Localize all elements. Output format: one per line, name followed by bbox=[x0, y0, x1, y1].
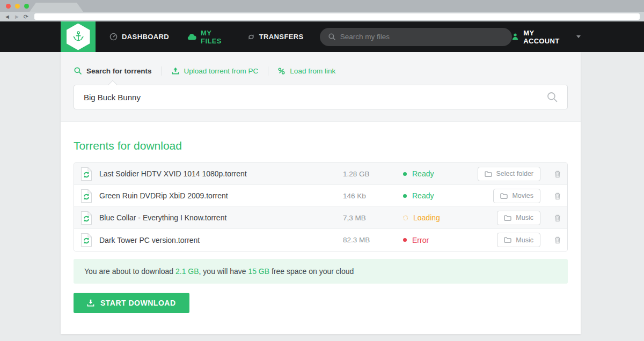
nav-item-label: DASHBOARD bbox=[122, 33, 169, 41]
status-badge: Ready bbox=[403, 169, 477, 178]
tab-search-for-torrents[interactable]: Search for torrents bbox=[74, 67, 162, 75]
status-dot-icon bbox=[403, 194, 407, 198]
torrent-size: 146 Kb bbox=[343, 192, 403, 200]
nav-item-my-files[interactable]: MY FILES bbox=[187, 29, 229, 45]
account-menu[interactable]: MY ACCOUNT bbox=[512, 29, 581, 45]
status-badge: Ready bbox=[403, 191, 477, 200]
search-icon bbox=[74, 67, 82, 75]
torrent-size: 82.3 MB bbox=[343, 236, 403, 244]
delete-button[interactable] bbox=[540, 214, 561, 221]
folder-icon bbox=[504, 215, 511, 221]
cloud-icon bbox=[187, 34, 196, 40]
nav-item-label: MY FILES bbox=[201, 29, 229, 45]
table-row: Dark Tower PC version.torrent 82.3 MB Er… bbox=[74, 229, 567, 251]
notch-pointer bbox=[108, 80, 118, 90]
download-size-value: 2.1 GB bbox=[175, 267, 199, 276]
results-section: Torrents for download Las bbox=[61, 139, 581, 313]
free-space-value: 15 GB bbox=[248, 267, 269, 276]
start-download-button[interactable]: START DOWNLOAD bbox=[74, 293, 189, 313]
start-download-label: START DOWNLOAD bbox=[100, 299, 176, 307]
folder-cell: Music bbox=[477, 233, 540, 247]
delete-button[interactable] bbox=[540, 171, 561, 177]
folder-icon bbox=[500, 193, 508, 199]
folder-icon bbox=[485, 171, 492, 177]
torrent-name: Blue Collar - Everything I Know.torrent bbox=[99, 213, 343, 222]
status-label: Loading bbox=[413, 213, 440, 222]
primary-nav: DASHBOARD MY FILES TRANSFERS bbox=[109, 29, 304, 45]
delete-button[interactable] bbox=[540, 192, 561, 199]
back-icon[interactable]: ◄ bbox=[4, 14, 10, 20]
torrent-search-box bbox=[74, 85, 568, 109]
torrent-size: 1.28 GB bbox=[343, 170, 403, 178]
navbar-search bbox=[320, 28, 513, 46]
tab-label: Load from link bbox=[290, 67, 335, 75]
app-logo[interactable] bbox=[61, 21, 96, 52]
torrent-file-icon bbox=[80, 167, 92, 181]
account-label: MY ACCOUNT bbox=[523, 29, 570, 45]
download-summary-banner: You are about to download 2.1 GB, you wi… bbox=[74, 259, 568, 284]
search-section: Search for torrents Upload torrent from … bbox=[61, 52, 581, 122]
folder-cell: Music bbox=[477, 211, 540, 225]
folder-label: Music bbox=[516, 214, 533, 221]
minimize-window-button[interactable] bbox=[15, 4, 20, 9]
torrent-table: Last Soldier HDTV XVID 1014 1080p.torren… bbox=[74, 162, 568, 251]
select-folder-button[interactable]: Movies bbox=[493, 189, 540, 203]
tab-upload-torrent[interactable]: Upload torrent from PC bbox=[162, 67, 268, 75]
page-title: Torrents for download bbox=[74, 139, 568, 152]
banner-text: You are about to download bbox=[84, 267, 175, 276]
address-bar[interactable] bbox=[34, 13, 640, 20]
search-icon bbox=[328, 33, 335, 40]
search-icon[interactable] bbox=[547, 92, 558, 102]
sync-icon bbox=[247, 33, 255, 41]
banner-text: , you will have bbox=[199, 267, 248, 276]
close-window-button[interactable] bbox=[6, 4, 11, 9]
tab-label: Upload torrent from PC bbox=[184, 67, 259, 75]
folder-label: Movies bbox=[512, 192, 533, 199]
tab-load-from-link[interactable]: Load from link bbox=[268, 67, 345, 75]
torrent-name: Last Soldier HDTV XVID 1014 1080p.torren… bbox=[99, 169, 343, 178]
zoom-window-button[interactable] bbox=[24, 4, 29, 9]
status-label: Ready bbox=[412, 191, 434, 200]
download-icon bbox=[87, 299, 94, 307]
torrent-source-tabs: Search for torrents Upload torrent from … bbox=[74, 64, 568, 78]
folder-label: Music bbox=[516, 236, 533, 244]
torrent-file-icon bbox=[80, 233, 92, 247]
browser-toolbar: ◄ ► ⟳ bbox=[0, 12, 644, 21]
status-dot-icon bbox=[403, 216, 408, 220]
status-dot-icon bbox=[403, 238, 407, 242]
status-label: Error bbox=[412, 236, 429, 244]
folder-label: Select folder bbox=[496, 170, 533, 177]
select-folder-button[interactable]: Music bbox=[497, 233, 540, 247]
upload-icon bbox=[172, 67, 179, 75]
chevron-down-icon bbox=[576, 35, 581, 38]
table-row: Blue Collar - Everything I Know.torrent … bbox=[74, 207, 567, 229]
select-folder-button[interactable]: Music bbox=[497, 211, 540, 225]
torrent-file-icon bbox=[80, 211, 92, 225]
dashboard-icon bbox=[109, 33, 118, 41]
window-controls bbox=[6, 4, 29, 9]
navbar-search-input[interactable] bbox=[340, 33, 504, 41]
folder-cell: Movies bbox=[477, 189, 540, 203]
banner-text: free space on your cloud bbox=[269, 267, 354, 276]
forward-icon[interactable]: ► bbox=[14, 14, 20, 20]
refresh-icon[interactable]: ⟳ bbox=[24, 14, 28, 20]
folder-cell: Select folder bbox=[477, 167, 540, 181]
browser-titlebar bbox=[0, 0, 644, 12]
delete-button[interactable] bbox=[540, 236, 561, 243]
folder-icon bbox=[504, 237, 511, 243]
user-icon bbox=[512, 33, 518, 40]
status-badge: Loading bbox=[403, 213, 477, 222]
torrent-name: Dark Tower PC version.torrent bbox=[99, 236, 343, 244]
torrent-file-icon bbox=[80, 189, 92, 203]
torrent-name: Green Ruin DVDRip XbiD 2009.torrent bbox=[99, 191, 343, 200]
tab-label: Search for torrents bbox=[86, 67, 152, 75]
anchor-icon bbox=[67, 24, 90, 50]
torrent-search-input[interactable] bbox=[84, 93, 547, 102]
status-badge: Error bbox=[403, 236, 477, 244]
nav-item-dashboard[interactable]: DASHBOARD bbox=[109, 33, 169, 41]
table-row: Green Ruin DVDRip XbiD 2009.torrent 146 … bbox=[74, 185, 567, 207]
select-folder-button[interactable]: Select folder bbox=[478, 167, 540, 181]
status-dot-icon bbox=[403, 172, 407, 176]
browser-tab[interactable] bbox=[30, 3, 83, 12]
nav-item-transfers[interactable]: TRANSFERS bbox=[247, 33, 304, 41]
